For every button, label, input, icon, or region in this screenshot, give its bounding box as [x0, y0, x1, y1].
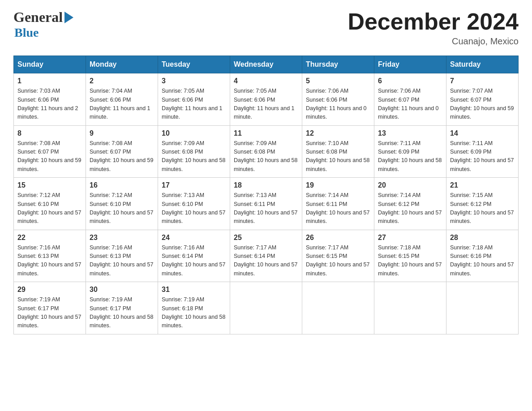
day-info: Sunrise: 7:19 AMSunset: 6:18 PMDaylight:…: [162, 296, 225, 329]
day-number: 15: [17, 181, 82, 189]
day-number: 24: [162, 234, 226, 242]
day-info: Sunrise: 7:19 AMSunset: 6:17 PMDaylight:…: [17, 296, 81, 329]
logo: General Blue: [13, 9, 73, 40]
calendar-day-18: 18 Sunrise: 7:13 AMSunset: 6:11 PMDaylig…: [230, 178, 302, 230]
calendar-day-26: 26 Sunrise: 7:17 AMSunset: 6:15 PMDaylig…: [302, 230, 374, 282]
day-info: Sunrise: 7:16 AMSunset: 6:14 PMDaylight:…: [162, 244, 225, 277]
calendar-day-23: 23 Sunrise: 7:16 AMSunset: 6:13 PMDaylig…: [86, 230, 158, 282]
calendar-day-27: 27 Sunrise: 7:18 AMSunset: 6:15 PMDaylig…: [374, 230, 446, 282]
day-number: 31: [162, 286, 226, 294]
calendar-day-15: 15 Sunrise: 7:12 AMSunset: 6:10 PMDaylig…: [14, 178, 86, 230]
calendar-day-empty: [374, 282, 446, 334]
day-number: 27: [378, 234, 442, 242]
day-info: Sunrise: 7:15 AMSunset: 6:12 PMDaylight:…: [450, 192, 514, 224]
day-info: Sunrise: 7:13 AMSunset: 6:10 PMDaylight:…: [162, 192, 225, 224]
day-number: 3: [162, 77, 226, 85]
day-info: Sunrise: 7:06 AMSunset: 6:06 PMDaylight:…: [306, 88, 367, 120]
day-info: Sunrise: 7:12 AMSunset: 6:10 PMDaylight:…: [90, 192, 153, 224]
calendar-day-empty: [302, 282, 374, 334]
day-number: 9: [90, 129, 154, 137]
day-info: Sunrise: 7:18 AMSunset: 6:15 PMDaylight:…: [378, 244, 442, 277]
day-number: 19: [306, 181, 370, 189]
day-number: 13: [378, 129, 442, 137]
day-number: 8: [17, 129, 82, 137]
calendar-day-3: 3 Sunrise: 7:05 AMSunset: 6:06 PMDayligh…: [158, 73, 230, 126]
calendar-day-31: 31 Sunrise: 7:19 AMSunset: 6:18 PMDaylig…: [158, 282, 230, 334]
calendar-week-3: 15 Sunrise: 7:12 AMSunset: 6:10 PMDaylig…: [14, 178, 519, 230]
day-info: Sunrise: 7:05 AMSunset: 6:06 PMDaylight:…: [234, 88, 295, 120]
day-info: Sunrise: 7:17 AMSunset: 6:15 PMDaylight:…: [306, 244, 369, 277]
day-info: Sunrise: 7:06 AMSunset: 6:07 PMDaylight:…: [378, 88, 439, 120]
day-number: 6: [378, 77, 442, 85]
header-wednesday: Wednesday: [230, 56, 302, 73]
logo-general-text: General: [13, 9, 63, 26]
day-number: 30: [90, 286, 154, 294]
header-saturday: Saturday: [446, 56, 519, 73]
day-number: 10: [162, 129, 226, 137]
header-friday: Friday: [374, 56, 446, 73]
calendar-table: SundayMondayTuesdayWednesdayThursdayFrid…: [13, 56, 519, 334]
calendar-day-25: 25 Sunrise: 7:17 AMSunset: 6:14 PMDaylig…: [230, 230, 302, 282]
day-number: 2: [90, 77, 154, 85]
calendar-day-5: 5 Sunrise: 7:06 AMSunset: 6:06 PMDayligh…: [302, 73, 374, 126]
day-number: 7: [450, 77, 515, 85]
calendar-day-17: 17 Sunrise: 7:13 AMSunset: 6:10 PMDaylig…: [158, 178, 230, 230]
day-info: Sunrise: 7:12 AMSunset: 6:10 PMDaylight:…: [17, 192, 81, 224]
day-info: Sunrise: 7:13 AMSunset: 6:11 PMDaylight:…: [234, 192, 297, 224]
day-number: 5: [306, 77, 370, 85]
day-number: 1: [17, 77, 82, 85]
day-number: 14: [450, 129, 515, 137]
day-info: Sunrise: 7:16 AMSunset: 6:13 PMDaylight:…: [90, 244, 153, 277]
calendar-day-19: 19 Sunrise: 7:14 AMSunset: 6:11 PMDaylig…: [302, 178, 374, 230]
day-number: 4: [234, 77, 298, 85]
day-info: Sunrise: 7:09 AMSunset: 6:08 PMDaylight:…: [234, 140, 297, 172]
day-info: Sunrise: 7:07 AMSunset: 6:07 PMDaylight:…: [450, 88, 514, 120]
logo-triangle-icon: [64, 12, 73, 23]
calendar-day-1: 1 Sunrise: 7:03 AMSunset: 6:06 PMDayligh…: [14, 73, 86, 126]
calendar-week-5: 29 Sunrise: 7:19 AMSunset: 6:17 PMDaylig…: [14, 282, 519, 334]
day-info: Sunrise: 7:04 AMSunset: 6:06 PMDaylight:…: [90, 88, 150, 120]
day-number: 21: [450, 181, 515, 189]
day-info: Sunrise: 7:19 AMSunset: 6:17 PMDaylight:…: [90, 296, 153, 329]
title-block: December 2024 Cuanajo, Mexico: [348, 9, 519, 47]
calendar-day-9: 9 Sunrise: 7:08 AMSunset: 6:07 PMDayligh…: [86, 125, 158, 178]
day-info: Sunrise: 7:16 AMSunset: 6:13 PMDaylight:…: [17, 244, 81, 277]
calendar-day-24: 24 Sunrise: 7:16 AMSunset: 6:14 PMDaylig…: [158, 230, 230, 282]
day-info: Sunrise: 7:14 AMSunset: 6:12 PMDaylight:…: [378, 192, 442, 224]
calendar-day-29: 29 Sunrise: 7:19 AMSunset: 6:17 PMDaylig…: [14, 282, 86, 334]
day-number: 28: [450, 234, 515, 242]
day-number: 26: [306, 234, 370, 242]
day-number: 18: [234, 181, 298, 189]
calendar-day-8: 8 Sunrise: 7:08 AMSunset: 6:07 PMDayligh…: [14, 125, 86, 178]
calendar-day-16: 16 Sunrise: 7:12 AMSunset: 6:10 PMDaylig…: [86, 178, 158, 230]
calendar-day-11: 11 Sunrise: 7:09 AMSunset: 6:08 PMDaylig…: [230, 125, 302, 178]
day-info: Sunrise: 7:14 AMSunset: 6:11 PMDaylight:…: [306, 192, 369, 224]
day-number: 23: [90, 234, 154, 242]
calendar-day-7: 7 Sunrise: 7:07 AMSunset: 6:07 PMDayligh…: [446, 73, 519, 126]
day-info: Sunrise: 7:03 AMSunset: 6:06 PMDaylight:…: [17, 88, 78, 120]
logo-blue-text: Blue: [14, 26, 39, 39]
calendar-day-13: 13 Sunrise: 7:11 AMSunset: 6:09 PMDaylig…: [374, 125, 446, 178]
day-info: Sunrise: 7:10 AMSunset: 6:08 PMDaylight:…: [306, 140, 369, 172]
calendar-day-2: 2 Sunrise: 7:04 AMSunset: 6:06 PMDayligh…: [86, 73, 158, 126]
day-number: 11: [234, 129, 298, 137]
calendar-day-10: 10 Sunrise: 7:09 AMSunset: 6:08 PMDaylig…: [158, 125, 230, 178]
day-info: Sunrise: 7:08 AMSunset: 6:07 PMDaylight:…: [90, 140, 153, 172]
header-sunday: Sunday: [14, 56, 86, 73]
calendar-day-14: 14 Sunrise: 7:11 AMSunset: 6:09 PMDaylig…: [446, 125, 519, 178]
day-info: Sunrise: 7:05 AMSunset: 6:06 PMDaylight:…: [162, 88, 223, 120]
day-info: Sunrise: 7:09 AMSunset: 6:08 PMDaylight:…: [162, 140, 225, 172]
calendar-week-4: 22 Sunrise: 7:16 AMSunset: 6:13 PMDaylig…: [14, 230, 519, 282]
day-info: Sunrise: 7:17 AMSunset: 6:14 PMDaylight:…: [234, 244, 297, 277]
calendar-header-row: SundayMondayTuesdayWednesdayThursdayFrid…: [14, 56, 519, 73]
day-info: Sunrise: 7:11 AMSunset: 6:09 PMDaylight:…: [378, 140, 442, 172]
header-monday: Monday: [86, 56, 158, 73]
day-number: 29: [17, 286, 82, 294]
calendar-day-20: 20 Sunrise: 7:14 AMSunset: 6:12 PMDaylig…: [374, 178, 446, 230]
calendar-day-30: 30 Sunrise: 7:19 AMSunset: 6:17 PMDaylig…: [86, 282, 158, 334]
day-number: 25: [234, 234, 298, 242]
day-info: Sunrise: 7:08 AMSunset: 6:07 PMDaylight:…: [17, 140, 81, 172]
calendar-day-21: 21 Sunrise: 7:15 AMSunset: 6:12 PMDaylig…: [446, 178, 519, 230]
month-title: December 2024: [348, 9, 519, 34]
calendar-day-empty: [230, 282, 302, 334]
